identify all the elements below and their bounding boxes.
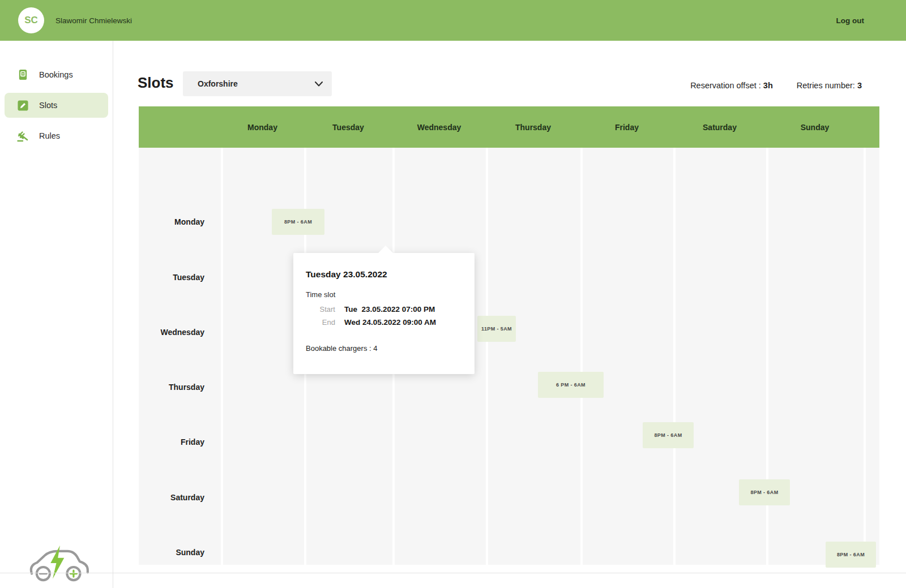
row-label-wednesday: Wednesday [139, 328, 204, 337]
region-select[interactable]: Oxforshire [183, 71, 332, 96]
reservation-offset-value: 3h [763, 81, 773, 90]
ev-car-icon [22, 543, 97, 584]
bottom-divider [0, 573, 906, 573]
sidebar: BookingsSlotsRules EZ-CHARGE [0, 41, 113, 588]
row-label-tuesday: Tuesday [139, 273, 204, 282]
calendar-header-row: MondayTuesdayWednesdayThursdayFridaySatu… [139, 106, 879, 148]
start-value: Tue 23.05.2022 07:00 PM [344, 303, 435, 316]
popover-start-row: Start Tue 23.05.2022 07:00 PM [306, 303, 461, 316]
top-bar: SC Slawomir Chmielewski Log out [0, 0, 906, 41]
sidebar-item-label: Bookings [39, 70, 73, 79]
chevron-down-icon [315, 81, 323, 87]
end-value: Wed 24.05.2022 09:00 AM [344, 316, 436, 329]
column-separator [864, 148, 866, 565]
sidebar-item-bookings[interactable]: Bookings [5, 62, 108, 87]
rules-icon [16, 129, 29, 143]
slot-chip-friday[interactable]: 8PM - 6AM [643, 422, 694, 448]
start-label: Start [306, 303, 335, 316]
region-select-value: Oxforshire [198, 79, 238, 88]
slot-chip-saturday[interactable]: 8PM - 6AM [739, 479, 790, 505]
row-label-thursday: Thursday [139, 383, 204, 392]
logout-button[interactable]: Log out [836, 16, 864, 25]
popover-end-row: End Wed 24.05.2022 09:00 AM [306, 316, 461, 329]
sidebar-item-label: Slots [39, 101, 57, 110]
user-name: Slawomir Chmielewski [55, 16, 132, 25]
slots-icon [16, 98, 29, 112]
bookings-icon [16, 68, 29, 81]
column-separator [580, 148, 583, 565]
slot-chip-wednesday[interactable]: 11PM - 5AM [477, 316, 516, 342]
day-header-friday: Friday [580, 106, 673, 148]
slots-calendar: MondayTuesdayWednesdayThursdayFridaySatu… [139, 106, 879, 565]
row-label-saturday: Saturday [139, 493, 204, 502]
day-header-monday: Monday [221, 106, 304, 148]
sidebar-item-rules[interactable]: Rules [5, 123, 108, 148]
retries-number-value: 3 [857, 81, 862, 90]
day-header-thursday: Thursday [486, 106, 580, 148]
bookable-chargers: Bookable chargers : 4 [306, 344, 461, 353]
day-header-saturday: Saturday [673, 106, 766, 148]
sidebar-item-label: Rules [39, 131, 60, 140]
popover-arrow [378, 246, 393, 253]
column-separator [486, 148, 488, 565]
settings-summary: Reservation offset : 3h Retries number: … [690, 81, 862, 90]
popover-section-label: Time slot [306, 290, 461, 299]
row-label-monday: Monday [139, 217, 204, 226]
ezcharge-logo: EZ-CHARGE [19, 543, 100, 588]
retries-number: Retries number: 3 [797, 81, 862, 90]
column-separator [673, 148, 676, 565]
sidebar-nav: BookingsSlotsRules [0, 41, 113, 148]
row-label-sunday: Sunday [139, 548, 204, 557]
day-header-sunday: Sunday [766, 106, 864, 148]
day-header-tuesday: Tuesday [304, 106, 392, 148]
avatar[interactable]: SC [18, 7, 44, 33]
avatar-initials: SC [24, 15, 38, 26]
end-label: End [306, 316, 335, 329]
slot-details-popover: Tuesday 23.05.2022 Time slot Start Tue 2… [293, 253, 475, 374]
day-header-wednesday: Wednesday [392, 106, 486, 148]
sidebar-item-slots[interactable]: Slots [5, 93, 108, 118]
reservation-offset: Reservation offset : 3h [690, 81, 773, 90]
row-label-friday: Friday [139, 437, 204, 447]
slot-chip-monday[interactable]: 8PM - 6AM [272, 209, 324, 235]
slot-chip-sunday[interactable]: 8PM - 6AM [826, 542, 876, 568]
popover-title: Tuesday 23.05.2022 [306, 269, 461, 280]
slot-chip-thursday[interactable]: 6 PM - 6AM [538, 372, 604, 398]
column-separator [221, 148, 223, 565]
page-title: Slots [138, 74, 174, 92]
